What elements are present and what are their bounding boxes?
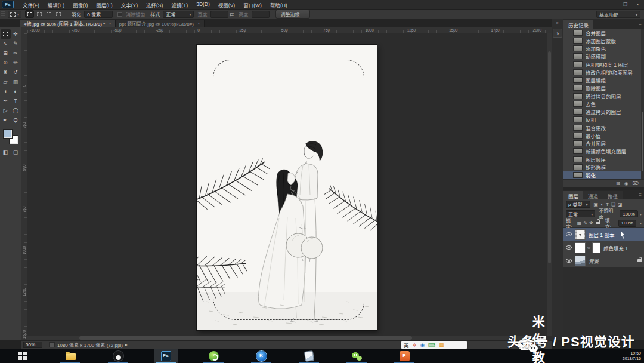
history-state[interactable]: 矩形选框 (564, 163, 644, 171)
opacity-input[interactable]: 100% (620, 210, 638, 217)
screen-mode-button[interactable]: ▢ (11, 147, 21, 157)
quick-selection-tool[interactable]: ✎ (11, 39, 21, 48)
history-state[interactable]: 添加杂色 (564, 45, 644, 53)
history-source-checkbox[interactable] (565, 85, 571, 91)
ime-icon-1[interactable]: ✲ (413, 342, 417, 348)
history-source-checkbox[interactable] (565, 164, 571, 170)
document-canvas[interactable] (197, 45, 377, 330)
history-source-checkbox[interactable] (565, 117, 571, 122)
healing-brush-tool[interactable]: ⊕ (1, 58, 11, 67)
filter-smart-objects-icon[interactable]: ◪ (618, 202, 623, 207)
panel-menu-icon[interactable]: ≡ (639, 21, 642, 27)
taskbar-clock[interactable]: 19:59 2018/7/16 (623, 350, 641, 361)
dock-collapse-icon[interactable]: « (556, 21, 559, 25)
history-state[interactable]: 图层顺序 (564, 155, 644, 163)
delete-state-icon[interactable]: ⌦ (633, 181, 639, 186)
history-state[interactable]: 合并图层 (564, 140, 644, 147)
taskbar-k-app[interactable]: K (249, 349, 273, 363)
layer-name[interactable]: 颜色填充 1 (603, 244, 628, 251)
visibility-eye-icon[interactable] (566, 245, 572, 250)
close-button[interactable]: × (631, 0, 644, 9)
history-state[interactable]: 羽化 (564, 171, 644, 179)
taskbar-file-explorer[interactable] (58, 349, 82, 363)
history-source-checkbox[interactable] (565, 30, 571, 35)
tab-close-icon[interactable]: × (109, 21, 112, 26)
layer-row-color-fill[interactable]: ∞ 颜色填充 1 (564, 241, 644, 254)
collapsed-panel-icon[interactable]: ◑ (553, 29, 562, 38)
filter-adjustment-layers-icon[interactable]: ◐ (600, 202, 603, 207)
history-brush-tool[interactable]: ↺ (11, 67, 21, 77)
add-to-selection-button[interactable] (35, 10, 44, 18)
feather-input[interactable]: 0 像素 (84, 11, 113, 18)
history-state[interactable]: 反相 (564, 116, 644, 124)
history-source-checkbox[interactable] (565, 141, 571, 146)
lock-paint-icon[interactable]: ✎ (583, 220, 587, 226)
quick-mask-button[interactable]: ◧ (1, 147, 11, 157)
status-arrow-icon[interactable]: ▸ (125, 342, 128, 347)
filter-pixel-layers-icon[interactable]: ▣ (594, 202, 599, 207)
swap-dimensions-icon[interactable]: ⇄ (230, 11, 234, 17)
history-state[interactable]: 去色 (564, 100, 644, 107)
refine-edge-button[interactable]: 调整边缘… (275, 10, 310, 19)
taskbar-360-browser[interactable] (202, 349, 225, 363)
layer-thumbnail[interactable] (575, 229, 586, 240)
history-state[interactable]: 修改色相/饱和度图层 (564, 68, 644, 76)
rect-marquee-tool[interactable] (1, 29, 11, 39)
subtract-selection-button[interactable] (44, 10, 53, 18)
horizontal-ruler[interactable]: -1000-750-500-25002505007501000125015001… (27, 27, 552, 33)
shape-tool[interactable]: ◯ (11, 106, 21, 115)
lock-all-icon[interactable] (596, 222, 600, 224)
height-input[interactable] (252, 11, 270, 18)
tool-preset-picker[interactable]: ▾ (8, 11, 21, 18)
eyedropper-tool[interactable]: ✑ (11, 48, 21, 58)
history-state[interactable]: 动感模糊 (564, 53, 644, 60)
taskbar-photoshop[interactable]: Ps (154, 349, 178, 363)
history-source-checkbox[interactable] (565, 125, 571, 130)
minimize-button[interactable]: – (606, 0, 619, 9)
foreground-color-swatch[interactable] (4, 130, 12, 138)
path-select-tool[interactable]: ▷ (1, 106, 11, 115)
menu-item[interactable]: 文件(F) (18, 1, 44, 8)
crop-tool[interactable]: ⊞ (1, 48, 11, 58)
width-input[interactable] (210, 11, 228, 18)
history-source-checkbox[interactable] (565, 133, 571, 138)
ime-toolbar[interactable]: 英 ✲ ◉ ⌨ ▦ (401, 341, 467, 349)
history-source-checkbox[interactable] (565, 78, 571, 83)
menu-item[interactable]: 图层(L) (92, 1, 116, 8)
photoshop-logo-icon[interactable]: Ps (2, 1, 14, 8)
horizontal-scrollbar[interactable] (27, 336, 547, 340)
history-source-checkbox[interactable] (565, 101, 571, 106)
tab-history[interactable]: 历史记录 (564, 20, 593, 29)
history-state[interactable]: 图层编组 (564, 76, 644, 84)
ime-icon-4[interactable]: ▦ (439, 342, 444, 348)
layer-name[interactable]: 背景 (589, 257, 599, 264)
move-tool[interactable]: ✛ (11, 29, 21, 39)
history-scrollbar[interactable] (641, 29, 644, 179)
taskbar-wechat[interactable] (345, 349, 369, 363)
style-select[interactable]: 正常 ▾ (163, 11, 194, 18)
taskbar-notes[interactable] (297, 349, 321, 363)
tab-paths[interactable]: 路径 (603, 191, 623, 199)
history-source-checkbox[interactable] (565, 93, 571, 99)
history-state[interactable]: 混合更改 (564, 124, 644, 131)
history-source-checkbox[interactable] (565, 109, 571, 115)
history-source-checkbox[interactable] (565, 46, 571, 51)
antialias-checkbox[interactable] (117, 12, 122, 17)
history-state[interactable]: 新建颜色填充图层 (564, 147, 644, 155)
history-state[interactable]: 最小值 (564, 131, 644, 139)
panel-menu-icon[interactable]: ≡ (639, 192, 642, 198)
ime-language-toggle[interactable]: 英 (404, 342, 409, 349)
tab-channels[interactable]: 通道 (583, 191, 603, 199)
scrollbar-thumb[interactable] (79, 336, 412, 340)
lock-move-icon[interactable]: ✥ (589, 220, 593, 226)
menu-item[interactable]: 文字(Y) (117, 1, 142, 8)
zoom-tool[interactable]: Ϙ (11, 115, 21, 125)
menu-item[interactable]: 滤镜(T) (167, 1, 192, 8)
history-state[interactable]: 通过拷贝的图层 (564, 108, 644, 116)
dodge-tool[interactable]: ◐ (11, 87, 21, 96)
intersect-selection-button[interactable] (54, 10, 63, 18)
history-source-checkbox[interactable] (565, 156, 571, 162)
history-source-checkbox[interactable] (565, 54, 571, 59)
layer-name[interactable]: 图层 1 副本 (589, 231, 614, 238)
fill-input[interactable]: 100% (618, 220, 636, 227)
